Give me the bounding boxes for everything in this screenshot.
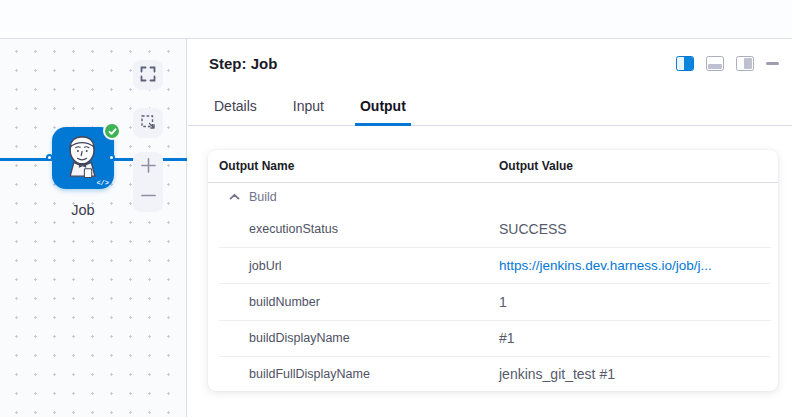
panel-header: Step: Job [188, 39, 792, 72]
output-rows: executionStatusSUCCESSjobUrlhttps://jenk… [219, 211, 771, 391]
success-check-icon [103, 122, 121, 140]
output-name: jobUrl [249, 259, 499, 273]
node-port-out[interactable] [108, 154, 115, 161]
table-row: buildFullDisplayNamejenkins_git_test #1 [219, 356, 771, 391]
output-name: buildNumber [249, 295, 499, 309]
table-row: buildNumber1 [219, 283, 771, 319]
node-label: Job [33, 202, 133, 218]
chevron-up-icon [229, 190, 240, 204]
zoom-out-icon [140, 187, 157, 207]
tab-details[interactable]: Details [209, 98, 262, 126]
column-header-output-name: Output Name [219, 159, 499, 173]
table-row: buildDisplayName#1 [219, 320, 771, 356]
layout-right-icon[interactable] [736, 56, 754, 71]
table-row: jobUrlhttps://jenkins.dev.harness.io/job… [219, 247, 771, 283]
layout-split-icon[interactable] [676, 56, 694, 71]
panel-layout-controls [676, 55, 779, 71]
jenkins-icon [61, 132, 105, 184]
zoom-in-button[interactable] [133, 152, 163, 182]
tabs: DetailsInputOutput [188, 98, 792, 126]
column-header-output-value: Output Value [499, 159, 778, 173]
marquee-select-icon [140, 114, 156, 133]
output-value: 1 [499, 294, 771, 310]
node-port-in[interactable] [46, 154, 53, 161]
fullscreen-button[interactable] [133, 60, 163, 90]
fullscreen-icon [140, 66, 156, 85]
table-row: executionStatusSUCCESS [219, 211, 771, 247]
layout-bottom-icon[interactable] [706, 56, 724, 71]
minimize-icon[interactable] [766, 62, 779, 65]
group-label: Build [249, 190, 277, 204]
output-table-card: Output Name Output Value Build execution… [208, 150, 778, 391]
zoom-controls [133, 152, 163, 212]
top-bar [0, 0, 792, 39]
build-group-toggle[interactable]: Build [208, 183, 778, 211]
output-value-link[interactable]: https://jenkins.dev.harness.io/job/j... [499, 258, 771, 273]
output-value: jenkins_git_test #1 [499, 366, 771, 382]
tab-output[interactable]: Output [355, 98, 411, 126]
zoom-in-icon [140, 157, 157, 177]
output-name: buildDisplayName [249, 331, 499, 345]
tab-input[interactable]: Input [288, 98, 329, 126]
panel-title: Step: Job [209, 55, 277, 72]
step-details-panel: Step: Job DetailsInputOutput Output Name… [188, 39, 792, 417]
code-icon: </> [96, 179, 109, 187]
zoom-out-button[interactable] [133, 182, 163, 212]
output-value: SUCCESS [499, 221, 771, 237]
pipeline-canvas[interactable]: </> Job [0, 39, 187, 417]
marquee-select-button[interactable] [133, 108, 163, 138]
output-name: buildFullDisplayName [249, 367, 499, 381]
table-header-row: Output Name Output Value [208, 150, 778, 183]
output-value: #1 [499, 330, 771, 346]
output-name: executionStatus [249, 222, 499, 236]
